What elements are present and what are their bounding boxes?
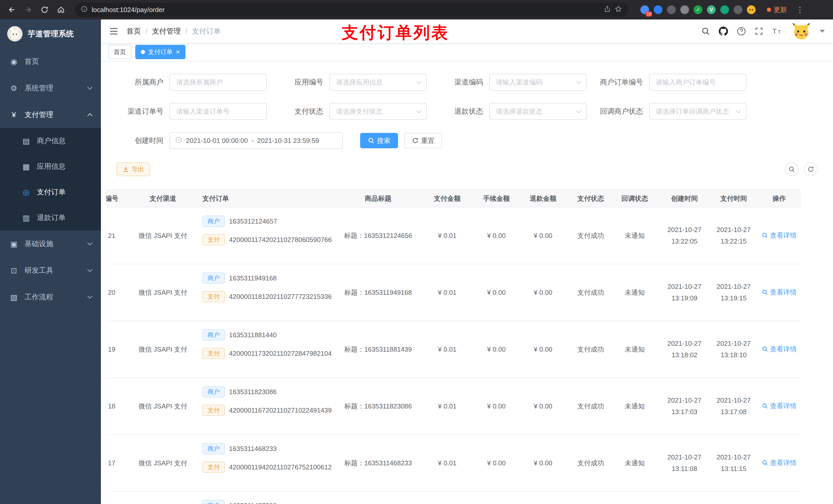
pay-time-cell: 2021-10-2713:18:10 [710, 321, 758, 378]
back-icon[interactable] [6, 4, 18, 15]
site-info-icon[interactable] [81, 6, 88, 14]
extension-icon[interactable] [654, 5, 662, 14]
hamburger-icon[interactable] [109, 27, 118, 35]
pay-status-select[interactable]: 请选择支付状态 [329, 103, 427, 120]
extension-icon[interactable] [667, 5, 676, 14]
sidebar-item-system[interactable]: ⚙ 系统管理 [0, 75, 101, 101]
view-detail-link[interactable]: 查看详情 [762, 458, 796, 467]
forward-icon[interactable] [23, 4, 34, 15]
channel-code-select[interactable]: 请输入渠道编码 [489, 74, 587, 91]
svg-text:T: T [772, 27, 777, 35]
app-logo[interactable]: 芋道管理系统 [0, 20, 101, 48]
view-detail-link[interactable]: 查看详情 [762, 345, 796, 354]
action-cell: 查看详情 [758, 321, 801, 378]
search-button[interactable]: 搜索 [360, 133, 398, 148]
view-detail-link[interactable]: 查看详情 [762, 288, 796, 297]
infra-icon: ▣ [9, 239, 19, 248]
sidebar-item-merchant-info[interactable]: ▤ 商户信息 [0, 128, 101, 154]
emoji-extension-icon[interactable] [747, 5, 756, 14]
sidebar-item-infra[interactable]: ▣ 基础设施 [0, 231, 101, 257]
avatar[interactable] [791, 23, 811, 40]
logo-avatar [7, 26, 23, 42]
font-size-icon[interactable]: TT [772, 27, 783, 35]
address-bar[interactable]: localhost:1024/pay/order [75, 3, 628, 17]
view-detail-link[interactable]: 查看详情 [762, 231, 796, 240]
pay-order-no: 4200001181202110277723215336 [229, 293, 332, 301]
help-icon[interactable] [737, 27, 746, 36]
refresh-table-icon[interactable] [804, 162, 818, 176]
fullscreen-icon[interactable] [755, 27, 763, 35]
search-icon[interactable] [701, 27, 710, 35]
breadcrumb-payment[interactable]: 支付管理 [152, 26, 181, 36]
view-detail-link[interactable]: 查看详情 [762, 402, 796, 410]
pay-amount-cell [416, 491, 478, 504]
fee-amount-cell: ¥ 0.00 [478, 321, 515, 378]
yen-icon: ¥ [9, 111, 19, 119]
extension-icon[interactable]: 10 [640, 5, 649, 14]
table-row: 16 商户 1635311457366 支付 [106, 491, 801, 504]
notify-status-select[interactable]: 请选择订单回调商户状态 [649, 103, 746, 120]
sidebar-item-devtools[interactable]: ⊡ 研发工具 [0, 257, 101, 284]
browser-menu-icon[interactable]: ⋮ [796, 5, 804, 14]
col-title: 商品标题 [340, 190, 416, 207]
search-icon [762, 460, 768, 466]
breadcrumb-current: 支付订单 [192, 26, 221, 36]
sidebar-item-app-info[interactable]: ▦ 应用信息 [0, 154, 101, 179]
date-start: 2021-10-01 00:00:00 [186, 137, 248, 145]
merchant-badge: 商户 [203, 386, 225, 398]
pay-no-line: 支付 4200001174202110278060590766 [203, 234, 340, 245]
create-time-cell [659, 491, 710, 504]
pay-order-cell: 商户 1635311823086 支付 42000011672021102710… [195, 378, 340, 435]
merchant-no-line: 商户 1635312124657 [203, 216, 340, 227]
caret-down-icon[interactable] [820, 30, 825, 33]
pay-order-no: 4200001174202110278060590766 [229, 236, 332, 244]
sidebar-item-refund-order[interactable]: ▥ 退款订单 [0, 205, 101, 231]
extensions-puzzle-icon[interactable] [734, 5, 742, 14]
channel-order-no-input[interactable] [170, 103, 267, 120]
toggle-search-icon[interactable] [785, 162, 799, 176]
vue-devtools-icon[interactable]: V [707, 5, 716, 14]
pay-time-cell: 2021-10-2713:17:08 [710, 378, 758, 435]
product-title-cell [340, 491, 416, 504]
order-id-cell: 19 [106, 321, 130, 378]
document-icon: ▥ [22, 213, 31, 222]
refund-status-select[interactable]: 请选择退款状态 [489, 103, 587, 120]
reload-icon[interactable] [39, 4, 50, 15]
sidebar-item-payment[interactable]: ¥ 支付管理 [0, 101, 101, 128]
sidebar-item-workflow[interactable]: ▧ 工作流程 [0, 284, 101, 310]
sidebar-item-home[interactable]: ◉ 首页 [0, 48, 101, 75]
pay-status-cell: 支付成功 [571, 378, 610, 435]
create-time-cell: 2021-10-2713:11:08 [659, 435, 710, 491]
merchant-no-line: 商户 1635311949168 [203, 272, 340, 284]
github-icon[interactable] [719, 27, 728, 36]
orders-table-wrap: 编号 支付渠道 支付订单 商品标题 支付金额 手续金额 退款金额 支付状态 回调… [106, 190, 828, 504]
filter-label-notify-status: 回调商户状态 [596, 106, 649, 116]
merchant-order-no: 1635312124657 [229, 217, 277, 225]
export-button[interactable]: 导出 [116, 162, 150, 176]
chat-extension-icon[interactable] [720, 5, 729, 14]
reset-button[interactable]: 重置 [404, 133, 442, 148]
tab-home[interactable]: 首页 [108, 45, 132, 59]
sidebar-item-pay-order[interactable]: ◎ 支付订单 [0, 179, 101, 205]
date-end: 2021-10-31 23:59:59 [257, 137, 319, 145]
pay-no-line: 支付 4200001194202110276752100612 [203, 461, 340, 473]
create-time-range-picker[interactable]: 2021-10-01 00:00:00 - 2021-10-31 23:59:5… [170, 132, 343, 149]
app-select[interactable]: 请选择应用信息 [329, 74, 427, 91]
tab-pay-order[interactable]: 支付订单 × [135, 45, 186, 59]
fee-amount-cell: ¥ 0.00 [478, 435, 515, 491]
home-icon[interactable] [55, 4, 67, 15]
share-icon[interactable] [604, 6, 611, 14]
extension-icon[interactable]: ✓ [694, 5, 703, 14]
search-icon [762, 346, 768, 352]
merchant-badge: 商户 [203, 329, 225, 341]
merchant-input[interactable] [170, 74, 267, 91]
extension-icon[interactable] [680, 5, 689, 14]
order-id-cell: 16 [106, 491, 130, 504]
payment-submenu: ▤ 商户信息 ▦ 应用信息 ◎ 支付订单 ▥ 退款订单 [0, 128, 101, 231]
browser-update-button[interactable]: 更新 [767, 5, 787, 14]
bookmark-star-icon[interactable] [615, 5, 622, 14]
breadcrumb-home[interactable]: 首页 [126, 26, 141, 36]
close-icon[interactable]: × [176, 48, 180, 55]
pay-order-cell: 商户 1635311457366 支付 [195, 491, 340, 504]
merchant-order-no-input[interactable] [649, 74, 746, 91]
